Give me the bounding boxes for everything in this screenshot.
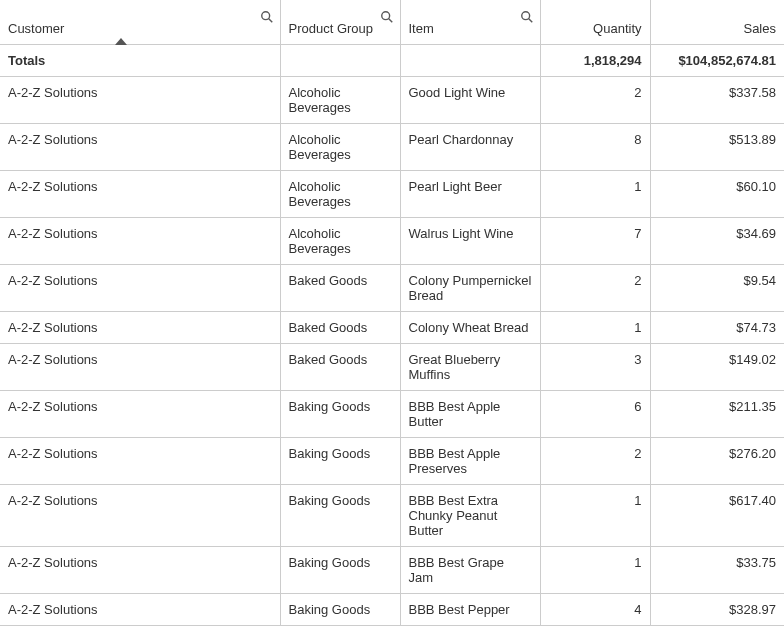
cell-customer: A-2-Z Solutions	[0, 546, 280, 593]
cell-item: Pearl Light Beer	[400, 170, 540, 217]
cell-item: Walrus Light Wine	[400, 217, 540, 264]
cell-quantity: 4	[540, 593, 650, 625]
cell-sales: $617.40	[650, 484, 784, 546]
search-icon[interactable]	[520, 10, 534, 24]
cell-sales: $149.02	[650, 343, 784, 390]
table-row[interactable]: A-2-Z SolutionsBaking GoodsBBB Best Pepp…	[0, 593, 784, 625]
cell-sales: $34.69	[650, 217, 784, 264]
column-label: Product Group	[289, 21, 374, 36]
cell-item: Colony Pumpernickel Bread	[400, 264, 540, 311]
cell-product-group: Baked Goods	[280, 343, 400, 390]
column-header-item[interactable]: Item	[400, 0, 540, 44]
cell-quantity: 1	[540, 546, 650, 593]
cell-quantity: 1	[540, 311, 650, 343]
totals-quantity: 1,818,294	[540, 44, 650, 76]
cell-quantity: 1	[540, 484, 650, 546]
table-row[interactable]: A-2-Z SolutionsAlcoholic BeveragesPearl …	[0, 170, 784, 217]
cell-item: BBB Best Apple Preserves	[400, 437, 540, 484]
cell-item: Good Light Wine	[400, 76, 540, 123]
column-label: Customer	[8, 21, 64, 36]
cell-quantity: 7	[540, 217, 650, 264]
cell-item: BBB Best Extra Chunky Peanut Butter	[400, 484, 540, 546]
cell-sales: $33.75	[650, 546, 784, 593]
cell-customer: A-2-Z Solutions	[0, 593, 280, 625]
sort-ascending-icon	[115, 38, 127, 45]
svg-line-1	[268, 19, 272, 23]
table-row[interactable]: A-2-Z SolutionsBaking GoodsBBB Best Grap…	[0, 546, 784, 593]
svg-point-4	[521, 12, 529, 20]
cell-sales: $513.89	[650, 123, 784, 170]
cell-customer: A-2-Z Solutions	[0, 343, 280, 390]
column-header-customer[interactable]: Customer	[0, 0, 280, 44]
search-icon[interactable]	[380, 10, 394, 24]
cell-customer: A-2-Z Solutions	[0, 437, 280, 484]
table-row[interactable]: A-2-Z SolutionsBaking GoodsBBB Best Extr…	[0, 484, 784, 546]
cell-quantity: 1	[540, 170, 650, 217]
table-row[interactable]: A-2-Z SolutionsAlcoholic BeveragesPearl …	[0, 123, 784, 170]
cell-product-group: Baking Goods	[280, 593, 400, 625]
cell-item: BBB Best Grape Jam	[400, 546, 540, 593]
column-header-quantity[interactable]: Quantity	[540, 0, 650, 44]
svg-line-5	[528, 19, 532, 23]
cell-sales: $211.35	[650, 390, 784, 437]
cell-sales: $337.58	[650, 76, 784, 123]
cell-item: BBB Best Apple Butter	[400, 390, 540, 437]
cell-product-group: Alcoholic Beverages	[280, 123, 400, 170]
cell-product-group: Alcoholic Beverages	[280, 76, 400, 123]
table-row[interactable]: A-2-Z SolutionsAlcoholic BeveragesGood L…	[0, 76, 784, 123]
cell-sales: $9.54	[650, 264, 784, 311]
cell-product-group: Baking Goods	[280, 437, 400, 484]
cell-product-group: Baking Goods	[280, 390, 400, 437]
svg-point-0	[261, 12, 269, 20]
table-row[interactable]: A-2-Z SolutionsBaking GoodsBBB Best Appl…	[0, 390, 784, 437]
cell-sales: $60.10	[650, 170, 784, 217]
column-label: Quantity	[593, 21, 641, 36]
cell-sales: $328.97	[650, 593, 784, 625]
cell-product-group: Baked Goods	[280, 311, 400, 343]
cell-sales: $74.73	[650, 311, 784, 343]
cell-product-group: Baking Goods	[280, 546, 400, 593]
cell-item: Pearl Chardonnay	[400, 123, 540, 170]
cell-product-group: Alcoholic Beverages	[280, 170, 400, 217]
cell-customer: A-2-Z Solutions	[0, 170, 280, 217]
cell-quantity: 8	[540, 123, 650, 170]
cell-item: Colony Wheat Bread	[400, 311, 540, 343]
cell-sales: $276.20	[650, 437, 784, 484]
cell-product-group: Baking Goods	[280, 484, 400, 546]
cell-customer: A-2-Z Solutions	[0, 76, 280, 123]
cell-customer: A-2-Z Solutions	[0, 311, 280, 343]
cell-quantity: 2	[540, 76, 650, 123]
totals-label: Totals	[0, 44, 280, 76]
table-row[interactable]: A-2-Z SolutionsBaked GoodsGreat Blueberr…	[0, 343, 784, 390]
table-row[interactable]: A-2-Z SolutionsBaked GoodsColony Pumpern…	[0, 264, 784, 311]
cell-customer: A-2-Z Solutions	[0, 123, 280, 170]
cell-customer: A-2-Z Solutions	[0, 390, 280, 437]
table-row[interactable]: A-2-Z SolutionsBaked GoodsColony Wheat B…	[0, 311, 784, 343]
totals-sales: $104,852,674.81	[650, 44, 784, 76]
cell-item: BBB Best Pepper	[400, 593, 540, 625]
cell-quantity: 2	[540, 437, 650, 484]
cell-customer: A-2-Z Solutions	[0, 264, 280, 311]
table-row[interactable]: A-2-Z SolutionsBaking GoodsBBB Best Appl…	[0, 437, 784, 484]
column-label: Sales	[743, 21, 776, 36]
header-row: Customer Product Group Item Quantity	[0, 0, 784, 44]
cell-quantity: 6	[540, 390, 650, 437]
totals-row: Totals 1,818,294 $104,852,674.81	[0, 44, 784, 76]
table-row[interactable]: A-2-Z SolutionsAlcoholic BeveragesWalrus…	[0, 217, 784, 264]
cell-customer: A-2-Z Solutions	[0, 217, 280, 264]
svg-point-2	[381, 12, 389, 20]
column-header-sales[interactable]: Sales	[650, 0, 784, 44]
cell-product-group: Alcoholic Beverages	[280, 217, 400, 264]
cell-item: Great Blueberry Muffins	[400, 343, 540, 390]
svg-line-3	[388, 19, 392, 23]
cell-product-group: Baked Goods	[280, 264, 400, 311]
search-icon[interactable]	[260, 10, 274, 24]
cell-quantity: 3	[540, 343, 650, 390]
cell-quantity: 2	[540, 264, 650, 311]
column-label: Item	[409, 21, 434, 36]
totals-empty	[400, 44, 540, 76]
column-header-product-group[interactable]: Product Group	[280, 0, 400, 44]
data-table: Customer Product Group Item Quantity	[0, 0, 784, 626]
totals-empty	[280, 44, 400, 76]
cell-customer: A-2-Z Solutions	[0, 484, 280, 546]
